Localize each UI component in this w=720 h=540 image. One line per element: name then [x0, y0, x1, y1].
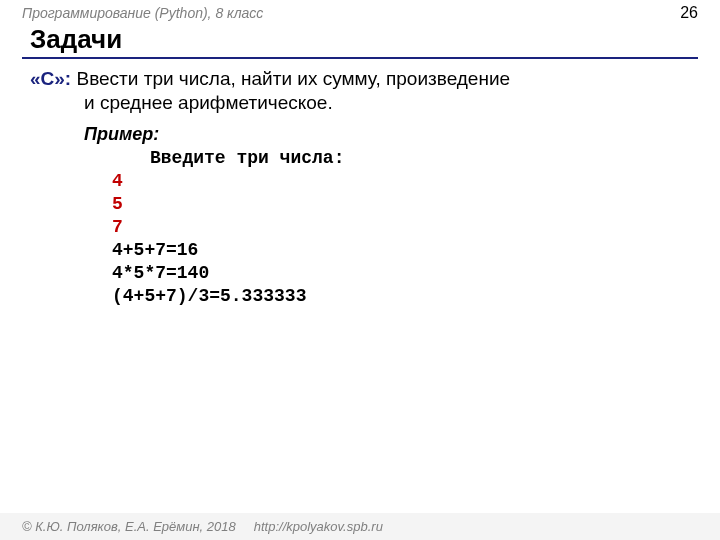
- task-line1: Ввести три числа, найти их сумму, произв…: [71, 68, 510, 89]
- slide-body: «C»: Ввести три числа, найти их сумму, п…: [0, 67, 720, 308]
- code-input: 7: [112, 216, 690, 239]
- example-code: Введите три числа:4574+5+7=164*5*7=140(4…: [30, 147, 690, 308]
- code-prompt: Введите три числа:: [112, 147, 690, 170]
- task-text: «C»: Ввести три числа, найти их сумму, п…: [30, 67, 690, 116]
- code-output: 4+5+7=16: [112, 239, 690, 262]
- page-number: 26: [680, 4, 698, 22]
- task-line2: и среднее арифметическое.: [30, 91, 690, 115]
- example-label: Пример:: [30, 124, 690, 145]
- title-underline: [22, 57, 698, 59]
- footer-link[interactable]: http://kpolyakov.spb.ru: [254, 519, 383, 534]
- footer: © К.Ю. Поляков, Е.А. Ерёмин, 2018 http:/…: [0, 513, 720, 540]
- code-input: 5: [112, 193, 690, 216]
- page-title: Задачи: [0, 24, 720, 57]
- code-output: 4*5*7=140: [112, 262, 690, 285]
- course-label: Программирование (Python), 8 класс: [22, 5, 263, 21]
- header: Программирование (Python), 8 класс 26: [0, 0, 720, 24]
- copyright: © К.Ю. Поляков, Е.А. Ерёмин, 2018: [22, 519, 236, 534]
- code-input: 4: [112, 170, 690, 193]
- task-label: «C»:: [30, 68, 71, 89]
- code-output: (4+5+7)/3=5.333333: [112, 285, 690, 308]
